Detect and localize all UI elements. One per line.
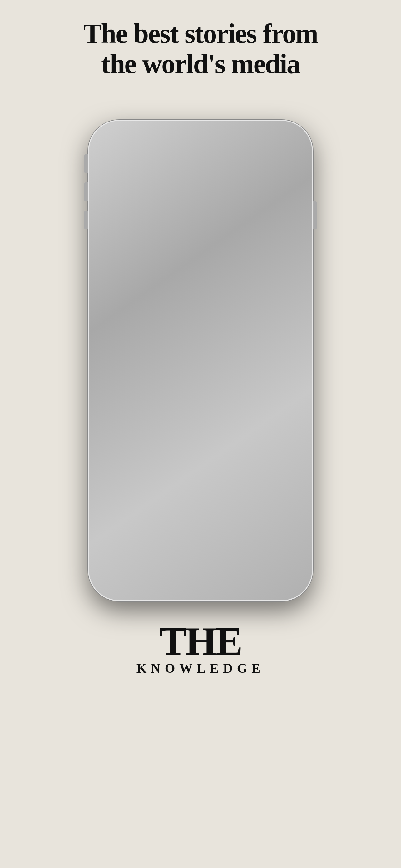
- svg-rect-26: [123, 572, 126, 575]
- nav-search[interactable]: Search: [149, 570, 201, 585]
- bookmark-button-society[interactable]: [113, 243, 122, 252]
- battery-icon: [280, 135, 292, 141]
- svg-point-24: [191, 314, 197, 320]
- nav-saved-label: Saved: [221, 581, 232, 585]
- phone-screen: 17:08: [97, 129, 304, 592]
- headline-text: The best stories from the world's media: [83, 19, 318, 80]
- film-silhouette: [97, 256, 304, 350]
- article-card-society: Society When bees are fish and protests …: [97, 165, 201, 256]
- bookmark-button-geopolitics[interactable]: [217, 243, 226, 252]
- bottom-nav: Daily Search: [97, 568, 304, 592]
- status-icons: [261, 135, 292, 141]
- app-logo-main: THE: [103, 151, 298, 157]
- nav-search-label: Search: [169, 581, 180, 585]
- film-text: Film According to the new Elvis biopic, …: [97, 350, 304, 396]
- svg-rect-28: [123, 575, 126, 578]
- status-time: 17:08: [109, 133, 130, 143]
- settings-gear-icon: [274, 570, 282, 579]
- ukraine-figure-svg: [237, 165, 268, 212]
- article-actions-society: READ MORE >: [97, 242, 201, 256]
- category-geopolitics[interactable]: Geopolitics: [205, 216, 227, 222]
- read-more-society[interactable]: READ MORE >: [126, 246, 152, 250]
- phone-mockup: 17:08: [88, 120, 313, 601]
- film-section: Film According to the new Elvis biopic, …: [97, 256, 304, 567]
- film-category[interactable]: Film: [102, 354, 111, 361]
- article-image-bee: [97, 165, 201, 212]
- saved-bookmark-icon: [222, 570, 231, 579]
- search-icon: [170, 570, 179, 579]
- article-title-society: When bees are fish and protests cure pan…: [101, 224, 196, 237]
- film-body: According to the new Elvis biopic, the k…: [102, 364, 299, 393]
- article-image-ukraine: [201, 165, 304, 212]
- article-card-geopolitics: Geopolitics America, not Europe, is Ukra…: [201, 165, 304, 256]
- article-meta-society: Society When bees are fish and protests …: [97, 212, 201, 242]
- app-header: THE KNOWLEDGE: [97, 148, 304, 165]
- nav-saved[interactable]: Saved: [201, 570, 252, 585]
- app-logo-sub: KNOWLEDGE: [103, 157, 298, 161]
- svg-point-2: [245, 176, 260, 186]
- svg-rect-27: [120, 575, 123, 578]
- article-title-geopolitics: America, not Europe, is Ukraine's true f…: [205, 224, 300, 237]
- share-button-geopolitics[interactable]: [205, 243, 214, 252]
- nav-daily[interactable]: Daily: [97, 570, 149, 585]
- nav-daily-label: Daily: [119, 581, 127, 585]
- bottom-brand: THE KNOWLEDGE: [136, 623, 265, 676]
- svg-point-20: [217, 288, 236, 311]
- film-image: [97, 256, 304, 350]
- article-grid: Society When bees are fish and protests …: [97, 165, 304, 256]
- wifi-icon: [272, 135, 278, 141]
- svg-point-31: [277, 574, 279, 576]
- headline: The best stories from the world's media: [83, 19, 318, 101]
- signal-icon: [261, 135, 269, 141]
- svg-point-29: [172, 572, 176, 576]
- notch: [166, 129, 235, 141]
- nav-settings[interactable]: Settings: [252, 570, 304, 585]
- app-screen: THE KNOWLEDGE Society When bees are fish…: [97, 148, 304, 592]
- brand-the: THE: [136, 623, 265, 660]
- svg-point-22: [241, 301, 243, 303]
- article-actions-geopolitics: READ MORE >: [201, 242, 304, 256]
- grid-icon: [119, 570, 127, 579]
- svg-rect-12: [155, 284, 176, 290]
- read-more-geopolitics[interactable]: READ MORE >: [230, 246, 256, 250]
- brand-knowledge: KNOWLEDGE: [136, 661, 265, 676]
- article-meta-geopolitics: Geopolitics America, not Europe, is Ukra…: [201, 212, 304, 242]
- category-society[interactable]: Society: [101, 216, 114, 222]
- nav-settings-label: Settings: [271, 581, 285, 585]
- svg-line-30: [175, 576, 177, 578]
- svg-rect-13: [152, 290, 179, 292]
- svg-rect-25: [120, 572, 123, 575]
- share-button-society[interactable]: [101, 243, 110, 252]
